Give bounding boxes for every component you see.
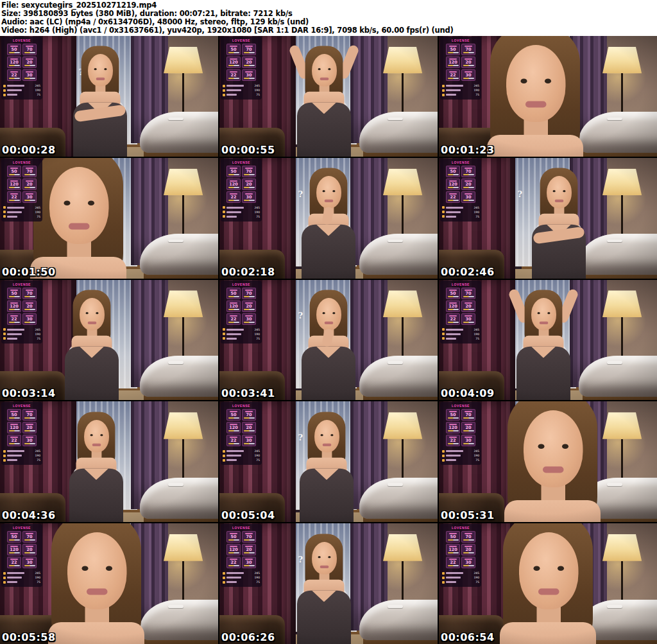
- tip-tile: 22: [446, 313, 460, 325]
- leaderboard-score: 245: [254, 571, 260, 575]
- leaderboard-row: 245: [442, 205, 479, 210]
- tip-amount: 20: [246, 548, 252, 552]
- video-frame: ?: [219, 280, 438, 401]
- tip-tile: 70: [242, 409, 256, 421]
- trophy-icon: [223, 459, 225, 462]
- trophy-icon: [3, 581, 6, 584]
- trophy-icon: [223, 94, 225, 96]
- tip-leaderboard: 245 190 75: [3, 571, 40, 584]
- tip-tile: 22: [7, 435, 21, 446]
- tip-menu-tiles: 50 70 120 20 22 30: [446, 409, 475, 446]
- tip-tile: 20: [242, 422, 256, 433]
- tip-amount: 22: [230, 73, 236, 77]
- username-blur: [226, 329, 244, 331]
- person-figure: [277, 44, 371, 157]
- trophy-icon: [3, 577, 6, 579]
- tip-amount: 70: [26, 170, 32, 173]
- leaderboard-score: 245: [474, 206, 479, 209]
- tip-amount: 20: [26, 426, 32, 430]
- trophy-icon: [3, 572, 6, 575]
- remote-on-table: [168, 117, 183, 121]
- trophy-icon: [3, 328, 6, 331]
- timestamp-label: 00:03:14: [2, 387, 56, 399]
- face: [316, 176, 341, 208]
- username-blur: [446, 89, 461, 91]
- username-blur: [7, 338, 17, 340]
- leaderboard-score: 75: [475, 458, 479, 462]
- lamp-shade: [164, 412, 203, 439]
- tip-menu-overlay: LOVENSE 50 70 120 20 22 30 245 190 75: [440, 159, 481, 222]
- tip-menu-overlay: LOVENSE 50 70 120 20 22 30 245 190 75: [1, 402, 42, 465]
- tip-tile: 50: [7, 44, 21, 55]
- tip-amount: 120: [10, 60, 19, 64]
- tip-amount: 20: [465, 182, 471, 186]
- username-blur: [7, 333, 22, 335]
- username-blur: [226, 94, 237, 96]
- lovense-banner: LOVENSE: [442, 161, 479, 164]
- username-blur: [7, 94, 17, 96]
- tile-sub-bar: [244, 174, 255, 175]
- face: [312, 54, 337, 86]
- trophy-icon: [223, 572, 225, 575]
- tile-sub-bar: [9, 417, 20, 419]
- username-blur: [226, 207, 244, 209]
- username-blur: [226, 211, 241, 213]
- tip-menu-tiles: 50 70 120 20 22 30: [7, 409, 37, 446]
- tile-sub-bar: [24, 417, 35, 419]
- lovense-banner: LOVENSE: [3, 283, 40, 286]
- username-blur: [226, 216, 237, 218]
- tip-amount: 70: [465, 48, 471, 51]
- tip-tile: 30: [461, 69, 475, 81]
- face: [88, 54, 113, 86]
- tip-tile: 120: [7, 178, 21, 190]
- trophy-icon: [3, 94, 6, 96]
- tip-menu-overlay: LOVENSE 50 70 120 20 22 30 245 190 75: [440, 281, 481, 344]
- tile-sub-bar: [448, 430, 459, 431]
- video-thumbnail: ?: [219, 523, 438, 644]
- leaderboard-row: 245: [3, 205, 40, 210]
- tile-sub-bar: [9, 539, 20, 541]
- tip-amount: 20: [246, 182, 252, 186]
- tip-amount: 50: [230, 170, 236, 173]
- tip-tile: 20: [22, 422, 37, 433]
- tip-amount: 50: [230, 413, 236, 417]
- tip-amount: 30: [246, 439, 252, 442]
- leaderboard-row: 190: [3, 575, 40, 580]
- tip-tile: 120: [226, 57, 241, 68]
- tile-sub-bar: [24, 565, 35, 566]
- tip-tile: 70: [461, 166, 475, 177]
- tile-sub-bar: [24, 65, 35, 66]
- tile-sub-bar: [9, 187, 20, 188]
- leaderboard-score: 245: [35, 328, 40, 331]
- lamp-shade: [602, 169, 642, 196]
- face: [547, 176, 572, 208]
- leaderboard-score: 190: [35, 454, 40, 457]
- tile-sub-bar: [228, 65, 239, 66]
- tile-sub-bar: [24, 539, 35, 541]
- tip-tile: 70: [22, 409, 37, 421]
- tile-sub-bar: [448, 539, 459, 541]
- remote-on-table: [607, 239, 622, 243]
- tip-amount: 50: [11, 170, 17, 173]
- leaderboard-row: 190: [442, 332, 479, 336]
- leaderboard-row: 75: [442, 458, 479, 462]
- lovense-banner: LOVENSE: [3, 526, 40, 530]
- tip-tile: 22: [446, 69, 460, 81]
- lovense-banner: LOVENSE: [442, 283, 479, 286]
- tip-tile: 22: [226, 191, 241, 203]
- tip-tile: 70: [461, 409, 475, 421]
- tip-tile: 50: [446, 409, 460, 421]
- tile-sub-bar: [9, 296, 20, 297]
- person-figure: [49, 409, 143, 522]
- tip-leaderboard: 245 190 75: [223, 83, 260, 97]
- video-frame: ?: [219, 401, 438, 522]
- leaderboard-score: 245: [474, 328, 479, 331]
- person-figure: [282, 165, 376, 278]
- trophy-icon: [223, 455, 225, 457]
- tile-sub-bar: [244, 417, 255, 419]
- tip-leaderboard: 245 190 75: [223, 205, 260, 219]
- tip-tile: 30: [242, 69, 256, 81]
- leaderboard-row: 190: [3, 88, 40, 92]
- tip-leaderboard: 245 190 75: [442, 205, 479, 219]
- username-blur: [446, 459, 456, 461]
